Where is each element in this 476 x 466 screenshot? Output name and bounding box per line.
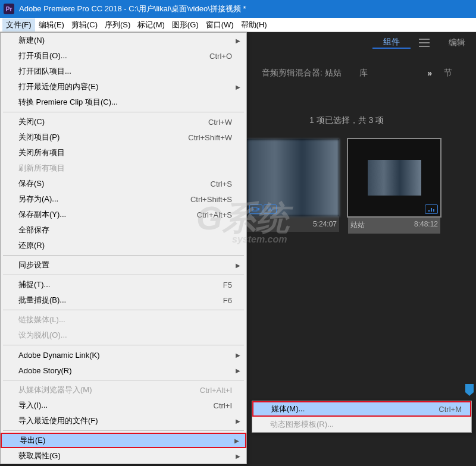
- menu-item[interactable]: 关闭所有项目: [1, 145, 246, 160]
- window-title: Adobe Premiere Pro CC 2018 - C:\用户\likai…: [19, 4, 246, 14]
- menu-item-label: 新建(N): [18, 35, 238, 46]
- menu-item-label: 转换 Premiere Clip 项目(C)...: [18, 97, 238, 108]
- library-label[interactable]: 库: [359, 68, 368, 78]
- menu-item[interactable]: 批量捕捉(B)...F6: [1, 292, 246, 308]
- export-submenu: 媒体(M)...Ctrl+M动态图形模板(R)...: [252, 401, 472, 433]
- menu-item[interactable]: 打开项目(O)...Ctrl+O: [1, 48, 246, 64]
- menu-help[interactable]: 帮助(H): [237, 18, 271, 32]
- submenu-arrow-icon: ▶: [236, 418, 240, 424]
- menu-item[interactable]: 打开团队项目...: [1, 64, 246, 79]
- submenu-arrow-icon: ▶: [236, 367, 240, 374]
- menu-file[interactable]: 文件(F): [2, 18, 35, 32]
- menu-item-label: 另存为(A)...: [18, 194, 190, 204]
- menu-sequence[interactable]: 序列(S): [101, 18, 134, 32]
- menu-item-label: 关闭(C): [18, 116, 208, 127]
- audio-badge-icon: [264, 204, 277, 214]
- clip-name: 姑姑: [350, 220, 365, 230]
- menu-item-label: 关闭项目(P): [18, 132, 188, 143]
- submenu-item[interactable]: 媒体(M)...Ctrl+M: [252, 401, 471, 417]
- menu-mark[interactable]: 标记(M): [134, 18, 168, 32]
- menu-item[interactable]: 导入(I)...Ctrl+I: [1, 398, 246, 413]
- menu-item[interactable]: 打开最近使用的内容(E)▶: [1, 79, 246, 95]
- tab-assembly[interactable]: 组件: [372, 37, 411, 49]
- shortcut-label: Ctrl+Alt+S: [197, 210, 232, 219]
- hamburger-icon[interactable]: [419, 39, 430, 47]
- menu-item[interactable]: 另存为(A)...Ctrl+Shift+S: [1, 191, 246, 207]
- svg-rect-1: [258, 208, 259, 210]
- submenu-item: 动态图形模板(R)...: [252, 417, 471, 432]
- menu-window[interactable]: 窗口(W): [202, 18, 237, 32]
- menu-item-label: 链接媒体(L)...: [18, 314, 238, 325]
- svg-rect-2: [428, 210, 430, 212]
- menu-item[interactable]: 转换 Premiere Clip 项目(C)...: [1, 95, 246, 110]
- menu-clip[interactable]: 剪辑(C): [68, 18, 101, 32]
- more-icon[interactable]: »: [427, 68, 432, 78]
- menu-item[interactable]: Adobe Story(R)▶: [1, 363, 246, 378]
- menu-graphic[interactable]: 图形(G): [168, 18, 202, 32]
- menu-item-label: 还原(R): [18, 240, 238, 251]
- svg-rect-3: [431, 208, 432, 212]
- menu-item-label: 打开最近使用的内容(E): [18, 81, 238, 92]
- menu-item[interactable]: 导入最近使用的文件(F)▶: [1, 413, 246, 429]
- submenu-arrow-icon: ▶: [236, 84, 240, 90]
- menu-edit[interactable]: 编辑(E): [35, 18, 68, 32]
- menu-item-label: 捕捉(T)...: [18, 279, 223, 290]
- menu-item-label: 从媒体浏览器导入(M): [18, 385, 200, 395]
- shortcut-label: Ctrl+Alt+I: [200, 386, 232, 395]
- shortcut-label: Ctrl+M: [439, 405, 462, 414]
- menu-item-label: 设为脱机(O)...: [18, 330, 238, 341]
- menu-item-label: 获取属性(G): [18, 451, 238, 461]
- audio-badge-icon: [425, 204, 438, 214]
- panel-header: 音频剪辑混合器: 姑姑 库 » 节: [262, 68, 470, 78]
- submenu-arrow-icon: ▶: [234, 437, 239, 444]
- clip-thumbnail[interactable]: 姑姑 8:48:12: [348, 139, 440, 234]
- clip-thumbnail[interactable]: 5:24:07: [247, 139, 339, 234]
- menu-item[interactable]: 导出(E)▶: [1, 433, 246, 448]
- shortcut-label: Ctrl+I: [214, 401, 232, 410]
- submenu-item-label: 媒体(M)...: [271, 404, 439, 414]
- shortcut-label: Ctrl+Shift+W: [188, 133, 232, 142]
- menu-item[interactable]: 获取属性(G)▶: [1, 448, 246, 464]
- menu-item[interactable]: 捕捉(T)...F5: [1, 277, 246, 292]
- clip-duration: 8:48:12: [414, 220, 438, 230]
- selection-status: 1 项已选择，共 3 项: [309, 115, 384, 126]
- extra-label[interactable]: 节: [444, 68, 452, 78]
- menu-item: 设为脱机(O)...: [1, 328, 246, 343]
- menu-item[interactable]: 新建(N)▶: [1, 33, 246, 48]
- shortcut-label: F6: [223, 296, 232, 305]
- menu-item[interactable]: 关闭(C)Ctrl+W: [1, 114, 246, 130]
- menu-item[interactable]: 保存(S)Ctrl+S: [1, 176, 246, 191]
- menu-item-label: 刷新所有项目: [18, 163, 238, 174]
- menu-item: 刷新所有项目: [1, 160, 246, 176]
- badge-group: [425, 204, 438, 214]
- shortcut-label: Ctrl+S: [211, 180, 232, 188]
- marker-icon[interactable]: [464, 383, 475, 397]
- menu-item[interactable]: 关闭项目(P)Ctrl+Shift+W: [1, 130, 246, 145]
- menu-item[interactable]: 全部保存: [1, 222, 246, 238]
- clip-duration: 5:24:07: [313, 220, 337, 228]
- submenu-arrow-icon: ▶: [236, 262, 240, 269]
- menu-item-label: 全部保存: [18, 225, 238, 235]
- workspace-tabs: 组件 编辑: [372, 32, 476, 53]
- menu-item[interactable]: 还原(R): [1, 238, 246, 253]
- tab-editing[interactable]: 编辑: [438, 37, 476, 48]
- file-dropdown-menu: 新建(N)▶打开项目(O)...Ctrl+O打开团队项目...打开最近使用的内容…: [0, 32, 247, 464]
- audio-mixer-label[interactable]: 音频剪辑混合器: 姑姑: [262, 68, 342, 78]
- shortcut-label: Ctrl+Shift+S: [190, 195, 232, 204]
- menu-bar: 文件(F) 编辑(E) 剪辑(C) 序列(S) 标记(M) 图形(G) 窗口(W…: [0, 18, 476, 32]
- menu-item-label: 同步设置: [18, 260, 238, 270]
- menu-item[interactable]: Adobe Dynamic Link(K)▶: [1, 347, 246, 363]
- app-logo: Pr: [4, 4, 14, 14]
- submenu-arrow-icon: ▶: [236, 453, 240, 459]
- video-badge-icon: [249, 204, 262, 214]
- thumbnail-image: [368, 160, 421, 196]
- shortcut-label: Ctrl+O: [209, 52, 232, 61]
- submenu-item-label: 动态图形模板(R)...: [270, 419, 463, 430]
- menu-item[interactable]: 保存副本(Y)...Ctrl+Alt+S: [1, 207, 246, 222]
- badge-group: [249, 204, 277, 214]
- menu-item-label: 导出(E): [20, 435, 237, 446]
- menu-item-label: 关闭所有项目: [18, 147, 238, 158]
- menu-item-label: Adobe Dynamic Link(K): [18, 351, 238, 360]
- menu-item[interactable]: 同步设置▶: [1, 257, 246, 273]
- menu-item-label: 导入(I)...: [18, 400, 214, 411]
